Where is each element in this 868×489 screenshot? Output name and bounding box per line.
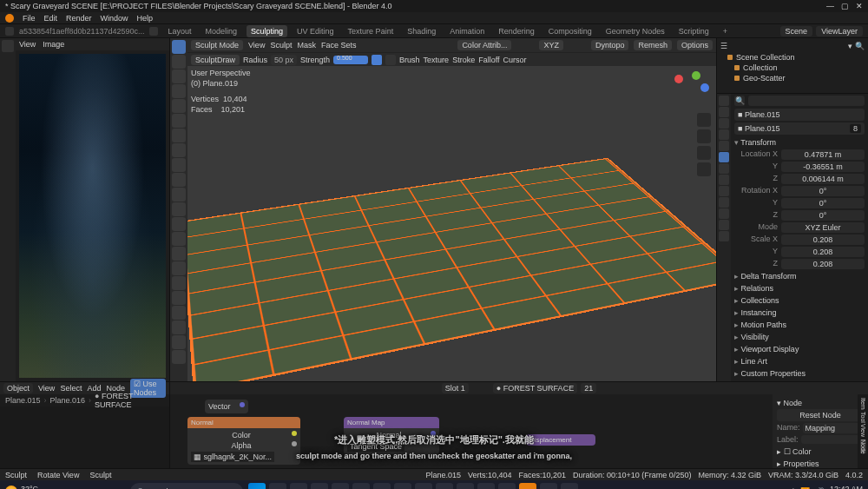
taskbar-app-5[interactable] <box>352 483 370 489</box>
node-menu-select[interactable]: Select <box>60 384 82 393</box>
props-search[interactable] <box>748 96 865 106</box>
taskbar-app-12[interactable] <box>498 483 516 489</box>
3d-viewport[interactable] <box>187 66 716 381</box>
normal-node-header[interactable]: Normal <box>187 417 300 428</box>
brush-menu[interactable]: Brush <box>399 56 420 64</box>
n-tab-node[interactable]: Node <box>860 439 866 454</box>
cursor-menu[interactable]: Cursor <box>503 56 527 64</box>
scene-select[interactable]: Scene <box>780 26 813 36</box>
tab-layout[interactable]: Layout <box>163 25 195 37</box>
bc-obj[interactable]: Plane.015 <box>5 396 41 405</box>
prop-tab-particles[interactable] <box>719 175 729 185</box>
weather-icon[interactable] <box>5 486 17 489</box>
tool-slide[interactable] <box>172 320 186 334</box>
visibility[interactable]: Visibility <box>734 331 865 343</box>
image-menu-view[interactable]: View <box>19 40 36 49</box>
editor-type-icon[interactable] <box>2 40 14 52</box>
props-data-select[interactable]: ■ Plane.015 8 <box>734 122 865 135</box>
collections[interactable]: Collections <box>734 294 865 307</box>
recover-icon[interactable] <box>5 27 14 36</box>
mode-select[interactable]: Sculpt Mode <box>191 40 243 50</box>
node-menu-view[interactable]: View <box>38 384 55 393</box>
scale-z-field[interactable]: 0.208 <box>781 259 865 269</box>
tool-elastic[interactable] <box>172 232 186 246</box>
nav-gizmo[interactable] <box>674 71 709 106</box>
menu-edit[interactable]: Edit <box>44 14 58 23</box>
tool-blob[interactable] <box>172 114 186 128</box>
tab-compositing[interactable]: Compositing <box>544 25 596 37</box>
n-tab-item[interactable]: Item <box>860 398 866 410</box>
start-button[interactable] <box>248 483 266 489</box>
delta-transform[interactable]: Delta Transform <box>734 270 865 282</box>
taskbar-app-7[interactable] <box>394 483 411 489</box>
close-button[interactable]: ✕ <box>856 2 863 10</box>
brush-select[interactable]: SculptDraw <box>191 55 240 65</box>
menu-help[interactable]: Help <box>137 14 154 23</box>
node-label-field[interactable] <box>801 435 864 444</box>
tab-sculpting[interactable]: Sculpting <box>247 25 287 37</box>
texture-menu[interactable]: Texture <box>424 56 450 64</box>
image-select[interactable]: ▦ sglhagnk_2K_Nor... <box>191 452 274 462</box>
prop-tab-physics[interactable] <box>719 186 729 196</box>
tool-pose[interactable] <box>172 276 186 290</box>
material-select[interactable]: ● FOREST SURFACE <box>493 383 577 393</box>
prop-tab-render[interactable] <box>719 96 729 106</box>
rot-mode-field[interactable]: XYZ Euler <box>781 222 865 233</box>
options-dropdown[interactable]: Options <box>677 40 713 50</box>
direction-add-icon[interactable] <box>372 55 382 65</box>
tool-claystrips[interactable] <box>172 69 186 83</box>
axis-y[interactable] <box>692 71 700 80</box>
tab-modeling[interactable]: Modeling <box>201 25 242 37</box>
taskbar-app-11[interactable] <box>477 483 495 489</box>
prop-tab-object[interactable] <box>719 152 729 162</box>
tab-scripting[interactable]: Scripting <box>674 25 713 37</box>
radius-field[interactable]: 50 px <box>271 55 297 65</box>
prop-tab-constraint[interactable] <box>719 197 729 208</box>
displacement-node-header[interactable]: Displacement <box>526 434 595 446</box>
n-color[interactable]: Color <box>792 447 812 456</box>
prop-tab-modifier[interactable] <box>719 163 729 174</box>
taskbar-app-8[interactable] <box>415 483 432 489</box>
color-attribute[interactable]: Color Attrib... <box>457 40 511 50</box>
menu-window[interactable]: Window <box>101 14 128 23</box>
tool-grab[interactable] <box>172 217 186 231</box>
space-select[interactable]: Tangent Space <box>347 441 404 452</box>
menu-file[interactable]: File <box>23 14 36 23</box>
n-tab-view[interactable]: View <box>860 424 866 437</box>
tool-cloth[interactable] <box>172 350 186 364</box>
tab-shading[interactable]: Shading <box>403 25 440 37</box>
n-properties[interactable]: Properties <box>784 459 819 468</box>
tool-flatten[interactable] <box>172 158 186 172</box>
minimize-button[interactable]: — <box>826 2 834 10</box>
taskbar-app-15[interactable] <box>561 483 578 489</box>
reset-node-button[interactable]: Reset Node <box>777 409 864 421</box>
workspace-file[interactable]: a533854f1aeff8d0b21137d42590c... <box>19 27 144 36</box>
transform-panel[interactable]: Transform <box>734 136 865 149</box>
vp-menu-facesets[interactable]: Face Sets <box>321 41 357 50</box>
rot-x-field[interactable]: 0° <box>781 186 865 196</box>
tool-snake[interactable] <box>172 247 186 261</box>
vp-menu-sculpt[interactable]: Sculpt <box>270 41 292 50</box>
maximize-button[interactable]: ▢ <box>841 2 849 10</box>
taskbar-app-10[interactable] <box>457 483 474 489</box>
zoom-icon[interactable] <box>697 113 711 127</box>
taskbar-app-9[interactable] <box>436 483 453 489</box>
tab-rendering[interactable]: Rendering <box>494 25 539 37</box>
tool-nudge[interactable] <box>172 291 186 305</box>
prop-tab-output[interactable] <box>719 107 729 117</box>
tool-layer[interactable] <box>172 84 186 98</box>
menu-render[interactable]: Render <box>66 14 92 23</box>
tool-crease[interactable] <box>172 129 186 142</box>
viewport-display[interactable]: Viewport Display <box>734 343 865 355</box>
taskbar-app-1[interactable] <box>269 483 286 489</box>
collection-item[interactable]: Collection <box>720 63 865 73</box>
viewlayer-select[interactable]: ViewLayer <box>816 26 863 36</box>
weather-temp[interactable]: 32°C <box>21 485 38 490</box>
relations[interactable]: Relations <box>734 282 865 294</box>
bc-mat[interactable]: ● FOREST SURFACE <box>95 392 164 409</box>
tool-inflate[interactable] <box>172 99 186 113</box>
prop-tab-material[interactable] <box>719 220 729 230</box>
xyz-mirror[interactable]: XYZ <box>539 40 563 50</box>
prop-tab-texture[interactable] <box>719 231 729 241</box>
axis-x[interactable] <box>674 75 683 83</box>
